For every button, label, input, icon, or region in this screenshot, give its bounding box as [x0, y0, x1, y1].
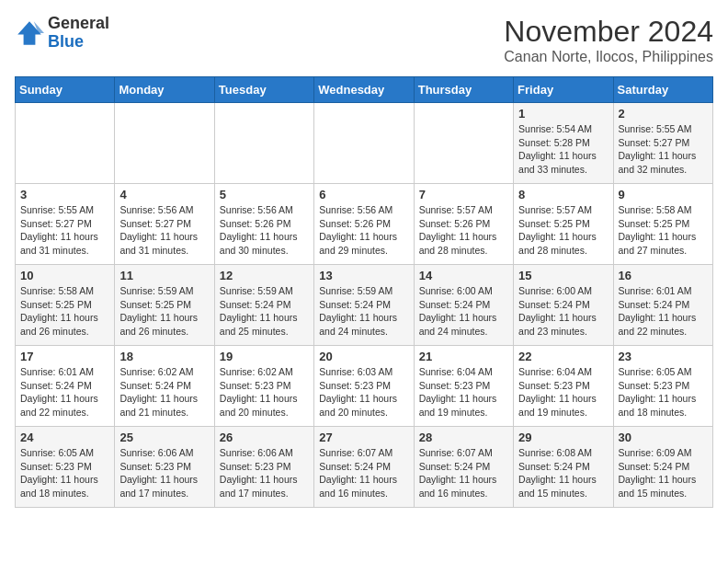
week-row-1: 3Sunrise: 5:55 AMSunset: 5:27 PMDaylight… [16, 184, 713, 265]
day-info: Sunrise: 5:56 AMSunset: 5:26 PMDaylight:… [319, 203, 408, 258]
header-cell-tuesday: Tuesday [214, 77, 313, 103]
calendar-cell: 8Sunrise: 5:57 AMSunset: 5:25 PMDaylight… [514, 184, 613, 265]
day-number: 23 [619, 350, 708, 363]
day-info: Sunrise: 5:55 AMSunset: 5:27 PMDaylight:… [619, 122, 708, 177]
day-number: 15 [518, 269, 608, 282]
day-number: 13 [319, 269, 408, 282]
day-info: Sunrise: 6:06 AMSunset: 5:23 PMDaylight:… [220, 446, 309, 500]
calendar-cell: 15Sunrise: 6:00 AMSunset: 5:24 PMDayligh… [514, 265, 613, 346]
day-info: Sunrise: 6:07 AMSunset: 5:24 PMDaylight:… [419, 446, 508, 500]
calendar-cell: 27Sunrise: 6:07 AMSunset: 5:24 PMDayligh… [314, 427, 414, 508]
day-number: 20 [319, 350, 408, 363]
logo-icon [15, 18, 44, 48]
week-row-3: 17Sunrise: 6:01 AMSunset: 5:24 PMDayligh… [16, 346, 713, 427]
calendar-cell: 23Sunrise: 6:05 AMSunset: 5:23 PMDayligh… [613, 346, 712, 427]
day-info: Sunrise: 6:05 AMSunset: 5:23 PMDaylight:… [619, 365, 708, 419]
calendar-header: SundayMondayTuesdayWednesdayThursdayFrid… [16, 77, 713, 103]
calendar-cell: 14Sunrise: 6:00 AMSunset: 5:24 PMDayligh… [414, 265, 513, 346]
calendar-cell: 10Sunrise: 5:58 AMSunset: 5:25 PMDayligh… [16, 265, 115, 346]
page-header: General Blue November 2024 Canan Norte, … [15, 15, 713, 65]
day-info: Sunrise: 5:58 AMSunset: 5:25 PMDaylight:… [619, 203, 708, 258]
calendar-cell: 25Sunrise: 6:06 AMSunset: 5:23 PMDayligh… [115, 427, 214, 508]
day-info: Sunrise: 6:02 AMSunset: 5:23 PMDaylight:… [220, 365, 309, 419]
day-number: 12 [220, 269, 309, 282]
week-row-2: 10Sunrise: 5:58 AMSunset: 5:25 PMDayligh… [16, 265, 713, 346]
calendar-cell [414, 103, 513, 184]
day-number: 17 [20, 350, 109, 363]
week-row-4: 24Sunrise: 6:05 AMSunset: 5:23 PMDayligh… [16, 427, 713, 508]
day-number: 27 [319, 431, 408, 444]
day-info: Sunrise: 6:05 AMSunset: 5:23 PMDaylight:… [20, 446, 109, 500]
calendar-cell: 9Sunrise: 5:58 AMSunset: 5:25 PMDaylight… [613, 184, 712, 265]
calendar-table: SundayMondayTuesdayWednesdayThursdayFrid… [15, 76, 713, 508]
calendar-cell: 30Sunrise: 6:09 AMSunset: 5:24 PMDayligh… [613, 427, 712, 508]
day-number: 28 [419, 431, 508, 444]
day-number: 29 [518, 431, 608, 444]
location: Canan Norte, Ilocos, Philippines [504, 49, 713, 65]
day-info: Sunrise: 6:00 AMSunset: 5:24 PMDaylight:… [518, 284, 608, 339]
day-info: Sunrise: 6:03 AMSunset: 5:23 PMDaylight:… [319, 365, 408, 419]
calendar-cell [314, 103, 414, 184]
header-cell-friday: Friday [514, 77, 613, 103]
day-number: 7 [419, 188, 508, 201]
calendar-cell: 17Sunrise: 6:01 AMSunset: 5:24 PMDayligh… [16, 346, 115, 427]
day-number: 19 [220, 350, 309, 363]
day-number: 1 [518, 107, 608, 121]
day-info: Sunrise: 6:00 AMSunset: 5:24 PMDaylight:… [419, 284, 508, 339]
day-info: Sunrise: 5:57 AMSunset: 5:26 PMDaylight:… [419, 203, 508, 258]
svg-marker-0 [17, 21, 41, 45]
calendar-cell: 28Sunrise: 6:07 AMSunset: 5:24 PMDayligh… [414, 427, 513, 508]
day-info: Sunrise: 5:59 AMSunset: 5:24 PMDaylight:… [220, 284, 309, 339]
header-cell-saturday: Saturday [613, 77, 712, 103]
calendar-cell: 2Sunrise: 5:55 AMSunset: 5:27 PMDaylight… [613, 103, 712, 184]
calendar-cell: 20Sunrise: 6:03 AMSunset: 5:23 PMDayligh… [314, 346, 414, 427]
day-number: 25 [119, 431, 209, 444]
day-number: 2 [619, 107, 708, 121]
calendar-cell: 21Sunrise: 6:04 AMSunset: 5:23 PMDayligh… [414, 346, 513, 427]
header-cell-wednesday: Wednesday [314, 77, 414, 103]
week-row-0: 1Sunrise: 5:54 AMSunset: 5:28 PMDaylight… [16, 103, 713, 184]
day-info: Sunrise: 5:54 AMSunset: 5:28 PMDaylight:… [518, 122, 608, 177]
day-info: Sunrise: 6:04 AMSunset: 5:23 PMDaylight:… [518, 365, 608, 419]
day-number: 9 [619, 188, 708, 201]
day-info: Sunrise: 6:08 AMSunset: 5:24 PMDaylight:… [518, 446, 608, 500]
calendar-cell: 16Sunrise: 6:01 AMSunset: 5:24 PMDayligh… [613, 265, 712, 346]
day-number: 22 [518, 350, 608, 363]
day-number: 3 [20, 188, 109, 201]
calendar-body: 1Sunrise: 5:54 AMSunset: 5:28 PMDaylight… [16, 103, 713, 508]
day-number: 30 [619, 431, 708, 444]
day-info: Sunrise: 5:56 AMSunset: 5:26 PMDaylight:… [220, 203, 309, 258]
day-number: 14 [419, 269, 508, 282]
header-row: SundayMondayTuesdayWednesdayThursdayFrid… [16, 77, 713, 103]
day-info: Sunrise: 5:57 AMSunset: 5:25 PMDaylight:… [518, 203, 608, 258]
calendar-cell: 4Sunrise: 5:56 AMSunset: 5:27 PMDaylight… [115, 184, 214, 265]
calendar-cell: 7Sunrise: 5:57 AMSunset: 5:26 PMDaylight… [414, 184, 513, 265]
day-number: 11 [119, 269, 209, 282]
day-number: 4 [119, 188, 209, 201]
day-number: 18 [119, 350, 209, 363]
day-info: Sunrise: 5:59 AMSunset: 5:24 PMDaylight:… [319, 284, 408, 339]
calendar-cell [115, 103, 214, 184]
logo: General Blue [15, 15, 109, 52]
logo-general: General [48, 14, 109, 32]
calendar-cell: 6Sunrise: 5:56 AMSunset: 5:26 PMDaylight… [314, 184, 414, 265]
calendar-cell: 5Sunrise: 5:56 AMSunset: 5:26 PMDaylight… [214, 184, 313, 265]
calendar-cell: 26Sunrise: 6:06 AMSunset: 5:23 PMDayligh… [214, 427, 313, 508]
day-number: 26 [220, 431, 309, 444]
day-info: Sunrise: 6:01 AMSunset: 5:24 PMDaylight:… [619, 284, 708, 339]
header-cell-thursday: Thursday [414, 77, 513, 103]
calendar-cell: 18Sunrise: 6:02 AMSunset: 5:24 PMDayligh… [115, 346, 214, 427]
day-info: Sunrise: 6:02 AMSunset: 5:24 PMDaylight:… [119, 365, 209, 419]
day-number: 16 [619, 269, 708, 282]
calendar-cell [214, 103, 313, 184]
calendar-cell: 11Sunrise: 5:59 AMSunset: 5:25 PMDayligh… [115, 265, 214, 346]
day-info: Sunrise: 5:56 AMSunset: 5:27 PMDaylight:… [119, 203, 209, 258]
header-cell-sunday: Sunday [16, 77, 115, 103]
calendar-cell: 1Sunrise: 5:54 AMSunset: 5:28 PMDaylight… [514, 103, 613, 184]
day-number: 5 [220, 188, 309, 201]
month-title: November 2024 [504, 15, 713, 49]
day-info: Sunrise: 6:06 AMSunset: 5:23 PMDaylight:… [119, 446, 209, 500]
day-number: 21 [419, 350, 508, 363]
day-number: 6 [319, 188, 408, 201]
calendar-cell: 3Sunrise: 5:55 AMSunset: 5:27 PMDaylight… [16, 184, 115, 265]
